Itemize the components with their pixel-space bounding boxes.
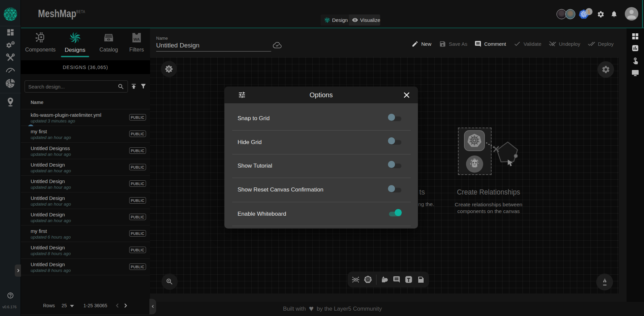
svg-text:WA: WA — [134, 37, 140, 41]
